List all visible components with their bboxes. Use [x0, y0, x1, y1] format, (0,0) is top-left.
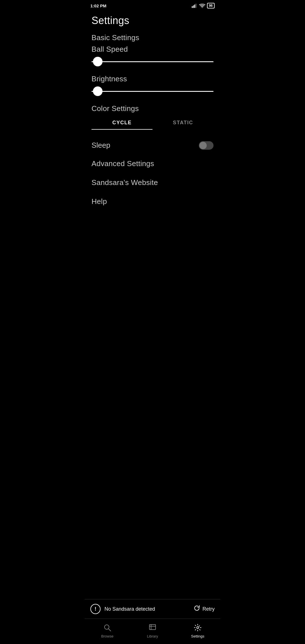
color-settings-section: Color Settings CYCLE STATIC — [91, 104, 213, 130]
svg-rect-1 — [193, 5, 194, 8]
status-left: ! No Sandsara detected — [90, 604, 155, 614]
svg-point-10 — [197, 627, 199, 629]
retry-icon — [193, 605, 200, 613]
tab-cycle[interactable]: CYCLE — [91, 116, 152, 130]
brightness-slider-wrapper[interactable] — [91, 86, 213, 96]
brightness-label: Brightness — [91, 75, 213, 83]
library-icon — [148, 623, 157, 632]
nav-library-label: Library — [147, 634, 158, 638]
sleep-row: Sleep — [91, 136, 213, 154]
ball-speed-slider-wrapper[interactable] — [91, 56, 213, 67]
nav-browse[interactable]: Browse — [85, 623, 130, 638]
status-bar: 1:02 PM 96 — [85, 0, 220, 10]
svg-rect-0 — [192, 6, 193, 8]
basic-settings-label: Basic Settings — [91, 33, 213, 42]
brightness-section: Brightness — [91, 75, 213, 96]
retry-button[interactable]: Retry — [193, 605, 215, 613]
ball-speed-section: Ball Speed — [91, 45, 213, 67]
browse-icon — [103, 623, 112, 632]
warning-icon: ! — [90, 604, 101, 614]
website-item[interactable]: Sandsara's Website — [91, 173, 213, 192]
nav-settings[interactable]: Settings — [175, 623, 220, 638]
ball-speed-label: Ball Speed — [91, 45, 213, 54]
sleep-toggle-knob — [199, 142, 207, 149]
nav-library[interactable]: Library — [130, 623, 175, 638]
color-settings-label: Color Settings — [91, 104, 213, 113]
svg-line-6 — [108, 629, 111, 631]
advanced-settings-item[interactable]: Advanced Settings — [91, 154, 213, 173]
tab-static[interactable]: STATIC — [152, 116, 213, 130]
main-content: Settings Basic Settings Ball Speed Brigh… — [85, 10, 220, 599]
page-title: Settings — [91, 15, 213, 27]
svg-point-4 — [202, 7, 202, 8]
nav-browse-label: Browse — [101, 634, 113, 638]
battery-icon: 96 — [207, 3, 215, 8]
svg-rect-3 — [195, 4, 196, 8]
wifi-icon — [199, 3, 205, 8]
bottom-nav: Browse Library Settings — [85, 619, 220, 644]
sleep-toggle[interactable] — [199, 141, 213, 150]
bottom-status-bar: ! No Sandsara detected Retry — [85, 599, 220, 619]
svg-rect-2 — [194, 5, 195, 8]
status-icons: 96 — [192, 3, 215, 8]
status-message: No Sandsara detected — [104, 606, 155, 612]
color-mode-tabs: CYCLE STATIC — [91, 116, 213, 130]
settings-icon — [193, 623, 202, 632]
signal-icon — [192, 3, 197, 8]
nav-settings-label: Settings — [191, 634, 204, 638]
retry-label: Retry — [202, 606, 215, 612]
help-item[interactable]: Help — [91, 192, 213, 211]
sleep-label: Sleep — [91, 141, 110, 150]
time-display: 1:02 PM — [90, 3, 106, 8]
svg-rect-7 — [149, 625, 156, 630]
